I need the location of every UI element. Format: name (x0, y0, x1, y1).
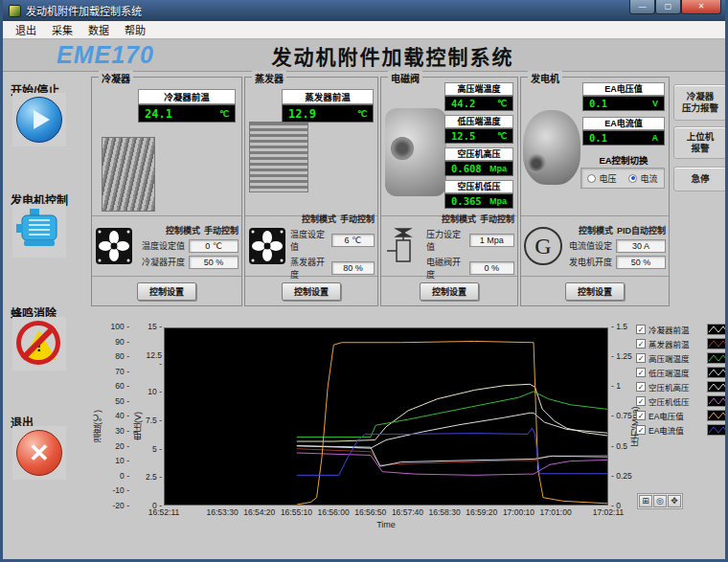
radio-current-label: 电流 (640, 172, 657, 185)
current-setpoint-input[interactable]: 30 A (616, 239, 666, 253)
legend-line-sample (707, 424, 728, 436)
condenser-control-settings-button[interactable]: 控制设置 (137, 282, 196, 301)
x-axis-tick: 16:59:20 (466, 507, 497, 517)
radio-voltage-dot (587, 174, 596, 183)
radio-voltage[interactable]: 电压 (587, 172, 616, 185)
menubar: 退出 采集 数据 帮助 (3, 21, 725, 39)
exit-button[interactable]: ✕ (12, 426, 66, 480)
axis-tick: 10 (103, 457, 129, 465)
legend-checkbox[interactable]: ✓ (636, 382, 646, 392)
axis-tick: 0 (103, 472, 129, 481)
pressure-setpoint-input[interactable]: 1 Mpa (469, 234, 514, 247)
opening-label: 电磁阀开度 (426, 256, 466, 281)
generator-control-button[interactable] (12, 204, 66, 258)
opening-label: 蒸发器开度 (290, 256, 328, 281)
graph-tool-palette: ⊞ ◎ ✥ (637, 493, 683, 509)
generator-g-icon: G (524, 227, 562, 265)
legend-checkbox[interactable]: ✓ (636, 353, 646, 363)
legend-checkbox[interactable]: ✓ (636, 411, 646, 420)
display-unit: ℃ (357, 109, 367, 119)
compressor-image (385, 108, 446, 196)
radio-voltage-label: 电压 (599, 172, 616, 185)
lp-temp-display: 低压端温度 12.5℃ (444, 115, 513, 144)
host-alarm-button[interactable]: 上位机 报警 (673, 126, 727, 159)
axis-tick: 1.25 (611, 352, 634, 361)
legend-item: ✓蒸发器前温 (636, 336, 728, 350)
condenser-temp-setpoint-input[interactable]: 0 ℃ (189, 239, 239, 253)
generator-opening-input[interactable]: 50 % (616, 256, 666, 269)
generator-control-settings-button[interactable]: 控制设置 (565, 282, 625, 301)
close-button[interactable]: ✕ (681, 0, 721, 14)
condenser-opening-input[interactable]: 50 % (189, 256, 239, 269)
display-unit: ℃ (497, 131, 507, 141)
menu-collect[interactable]: 采集 (45, 21, 80, 38)
minimize-button[interactable]: — (629, 0, 655, 14)
setpoint-label: 温度设定值 (290, 228, 328, 253)
legend-checkbox[interactable]: ✓ (636, 339, 646, 348)
solenoid-control-settings-button[interactable]: 控制设置 (420, 282, 479, 301)
axis-tick: 40 (103, 412, 129, 420)
play-icon (16, 97, 62, 143)
header-band: EME170 发动机附件加载控制系统 (3, 39, 725, 72)
logo-eme170: EME170 (57, 41, 154, 69)
display-unit: V (652, 99, 658, 108)
buzzer-mute-icon: ! (14, 319, 64, 369)
legend-label: EA电流值 (648, 424, 704, 436)
legend-item: ✓EA电流值 (636, 422, 728, 437)
legend-line-sample (707, 367, 728, 378)
menu-exit[interactable]: 退出 (9, 21, 43, 38)
motor-icon (16, 207, 62, 255)
legend-item: ✓EA电压值 (636, 408, 728, 422)
series-EA电流值 (297, 428, 607, 475)
x-axis-ticks: 16:52:1116:53:3016:54:2016:55:1016:56:00… (91, 507, 639, 519)
axis-tick: -10 (103, 486, 129, 495)
legend-label: 空压机高压 (648, 381, 704, 393)
legend-line-sample (707, 410, 728, 421)
menu-help[interactable]: 帮助 (118, 21, 152, 38)
display-value: 24.1 (145, 107, 219, 121)
evaporator-control-settings-button[interactable]: 控制设置 (282, 282, 341, 301)
series-高压端温度 (297, 392, 607, 438)
legend-item: ✓空压机高压 (636, 379, 728, 393)
app-window: 发动机附件加载控制系统 — ▢ ✕ 退出 采集 数据 帮助 EME170 发动机… (0, 0, 728, 562)
display-value: 0.365 (451, 195, 489, 207)
radio-current[interactable]: 电流 (628, 172, 657, 185)
legend-checkbox[interactable]: ✓ (636, 396, 646, 406)
ea-control-switch: 电压 电流 (580, 168, 665, 189)
series-低压端温度 (297, 446, 607, 466)
graph-grid-tool-icon[interactable]: ⊞ (639, 495, 652, 507)
buzzer-clear-button[interactable]: ! (12, 317, 66, 371)
axis-tick: 1.5 (611, 323, 634, 331)
evaporator-temp-setpoint-input[interactable]: 6 ℃ (331, 234, 375, 247)
menu-data[interactable]: 数据 (81, 21, 116, 38)
emergency-stop-button[interactable]: 急停 (673, 167, 727, 191)
temp-axis-ticks: 1009080706050403020100-10-20 (103, 323, 129, 510)
titlebar[interactable]: 发动机附件加载控制系统 — ▢ ✕ (3, 0, 725, 21)
graph-pan-tool-icon[interactable]: ✥ (668, 495, 681, 507)
legend-line-sample (707, 338, 728, 349)
x-axis-tick: 16:55:10 (281, 507, 312, 517)
voltage-axis-ticks: 1512.5107.552.50 (142, 323, 162, 510)
start-stop-button[interactable] (12, 93, 66, 146)
fan-icon (95, 228, 133, 264)
evaporator-opening-input[interactable]: 80 % (331, 261, 375, 275)
main-area: 开始/停止 发电机控制 蜂鸣消除 ! (3, 72, 725, 558)
legend-checkbox[interactable]: ✓ (636, 325, 646, 334)
mode-label: 控制模式 (442, 213, 476, 225)
series-EA电压值 (297, 341, 607, 505)
display-unit: ℃ (497, 99, 507, 108)
display-label: EA电流值 (582, 117, 665, 130)
display-unit: Mpa (489, 164, 507, 173)
condenser-pressure-alarm-button[interactable]: 冷凝器 压力报警 (673, 84, 727, 121)
mode-value: PID自动控制 (617, 224, 666, 236)
legend-checkbox[interactable]: ✓ (636, 368, 646, 377)
axis-tick: 20 (103, 442, 129, 451)
close-x-icon: ✕ (16, 430, 62, 476)
maximize-button[interactable]: ▢ (655, 0, 681, 14)
series-空压机高压 (297, 413, 607, 448)
legend-checkbox[interactable]: ✓ (636, 425, 646, 435)
display-value: 0.608 (451, 163, 489, 174)
graph-zoom-tool-icon[interactable]: ◎ (653, 495, 667, 507)
valve-opening-input[interactable]: 0 % (469, 261, 514, 275)
legend-line-sample (707, 395, 728, 407)
